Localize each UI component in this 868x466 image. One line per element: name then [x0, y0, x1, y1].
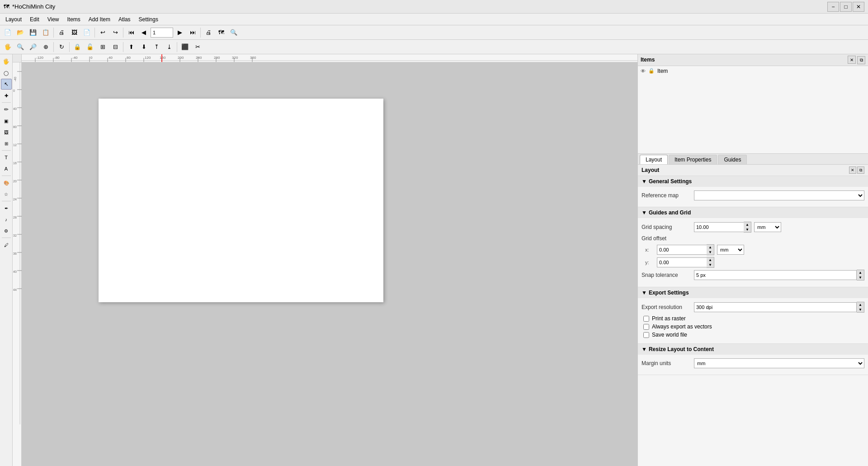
- lt-settings[interactable]: ⚙: [1, 225, 12, 236]
- lt-select-arrow[interactable]: ↖: [1, 79, 12, 90]
- print-button[interactable]: 🖨: [56, 27, 67, 38]
- menu-settings[interactable]: Settings: [135, 15, 162, 24]
- menu-items[interactable]: Items: [64, 15, 84, 24]
- minimize-button[interactable]: −: [827, 2, 839, 12]
- align-left-btn[interactable]: ⬛: [179, 41, 191, 53]
- export-pdf-button[interactable]: 📄: [81, 27, 93, 38]
- save-world-label[interactable]: Save world file: [652, 332, 687, 338]
- export-resolution-input[interactable]: [694, 302, 857, 312]
- zoom-full-btn[interactable]: ⊕: [40, 41, 52, 53]
- group-btn[interactable]: ⊞: [97, 41, 108, 53]
- menu-edit[interactable]: Edit: [26, 15, 43, 24]
- lt-pan[interactable]: 🖐: [1, 56, 12, 67]
- menu-atlas[interactable]: Atlas: [115, 15, 134, 24]
- menu-add-item[interactable]: Add Item: [85, 15, 114, 24]
- prev-page-button[interactable]: ◀: [138, 27, 150, 38]
- print2-button[interactable]: 🖨: [203, 27, 214, 38]
- menu-layout[interactable]: Layout: [2, 15, 25, 24]
- export-image-button[interactable]: 🖼: [68, 27, 80, 38]
- always-export-checkbox[interactable]: [643, 324, 649, 330]
- reference-map-select[interactable]: [694, 190, 864, 200]
- ungroup-btn[interactable]: ⊟: [109, 41, 121, 53]
- unlock-btn[interactable]: 🔓: [84, 41, 96, 53]
- redo-button[interactable]: ↪: [109, 27, 121, 38]
- menu-view[interactable]: View: [44, 15, 63, 24]
- save-as-button[interactable]: 📋: [40, 27, 52, 38]
- lt-node[interactable]: ✚: [1, 90, 12, 101]
- save-button[interactable]: 💾: [27, 27, 39, 38]
- general-settings-title: General Settings: [649, 178, 692, 185]
- grid-offset-x-up[interactable]: ▲: [707, 245, 714, 250]
- next-page-button[interactable]: ▶: [174, 27, 186, 38]
- lt-text[interactable]: T: [1, 152, 12, 163]
- always-export-label[interactable]: Always export as vectors: [652, 323, 712, 330]
- export-resolution-down[interactable]: ▼: [857, 307, 864, 312]
- save-world-checkbox[interactable]: [643, 332, 649, 338]
- lt-image[interactable]: 🖼: [1, 127, 12, 138]
- close-button[interactable]: ✕: [853, 2, 864, 12]
- bottom-btn[interactable]: ⤓: [163, 41, 175, 53]
- print-as-raster-label[interactable]: Print as raster: [652, 315, 686, 322]
- zoom-out-btn[interactable]: 🔎: [27, 41, 39, 53]
- pan-tool-btn[interactable]: 🖐: [2, 41, 14, 53]
- layout-panel-float[interactable]: ⧉: [857, 166, 864, 174]
- new-button[interactable]: 📄: [2, 27, 14, 38]
- grid-spacing-label: Grid spacing: [642, 224, 691, 230]
- print-as-raster-checkbox[interactable]: [643, 316, 649, 322]
- grid-offset-x-input[interactable]: [657, 245, 707, 255]
- item-visible-icon[interactable]: 👁: [641, 68, 646, 74]
- lt-note[interactable]: ♪: [1, 214, 12, 225]
- item-row[interactable]: 👁 🔒 Item: [638, 67, 868, 75]
- lt-table[interactable]: ⊞: [1, 138, 12, 149]
- grid-offset-unit[interactable]: mm: [717, 245, 744, 255]
- snap-tolerance-up[interactable]: ▲: [857, 270, 864, 275]
- general-settings-header[interactable]: ▼ General Settings: [638, 176, 868, 187]
- grid-spacing-unit[interactable]: mm cm in px: [754, 222, 781, 232]
- guides-grid-header[interactable]: ▼ Guides and Grid: [638, 207, 868, 218]
- zoom-button[interactable]: 🔍: [228, 27, 240, 38]
- last-page-button[interactable]: ⏭: [187, 27, 198, 38]
- tab-item-properties[interactable]: Item Properties: [669, 155, 717, 164]
- cut-btn[interactable]: ✂: [192, 41, 203, 53]
- grid-spacing-input[interactable]: [694, 222, 744, 232]
- export-resolution-up[interactable]: ▲: [857, 302, 864, 307]
- top-btn[interactable]: ⤒: [151, 41, 162, 53]
- grid-offset-y-input[interactable]: [657, 257, 707, 267]
- lower-btn[interactable]: ⬇: [138, 41, 150, 53]
- items-panel-float[interactable]: ⧉: [857, 56, 865, 64]
- resize-layout-header[interactable]: ▼ Resize Layout to Content: [638, 344, 868, 355]
- maximize-button[interactable]: □: [840, 2, 852, 12]
- lt-shape[interactable]: ▣: [1, 115, 12, 126]
- grid-offset-x-down[interactable]: ▼: [707, 250, 714, 255]
- first-page-button[interactable]: ⏮: [125, 27, 137, 38]
- lock-btn[interactable]: 🔒: [71, 41, 83, 53]
- lt-star[interactable]: ☆: [1, 189, 12, 200]
- tab-layout[interactable]: Layout: [640, 155, 668, 164]
- grid-offset-y-up[interactable]: ▲: [707, 257, 714, 262]
- lt-select-circle[interactable]: ◯: [1, 67, 12, 78]
- page-number-input[interactable]: [151, 28, 173, 38]
- snap-tolerance-down[interactable]: ▼: [857, 275, 864, 280]
- grid-offset-y-down[interactable]: ▼: [707, 262, 714, 267]
- lt-edit[interactable]: 🖊: [1, 239, 12, 250]
- undo-button[interactable]: ↩: [97, 27, 108, 38]
- canvas-viewport[interactable]: [22, 62, 637, 466]
- zoom-in-btn[interactable]: 🔍: [14, 41, 26, 53]
- items-panel-close[interactable]: ✕: [848, 56, 856, 64]
- open-button[interactable]: 📂: [14, 27, 26, 38]
- export-settings-header[interactable]: ▼ Export Settings: [638, 287, 868, 298]
- tab-guides[interactable]: Guides: [718, 155, 747, 164]
- grid-spacing-down[interactable]: ▼: [744, 227, 751, 232]
- raise-btn[interactable]: ⬆: [125, 41, 137, 53]
- refresh-btn[interactable]: ↻: [56, 41, 67, 53]
- lt-color[interactable]: 🎨: [1, 177, 12, 188]
- layout-panel-close[interactable]: ✕: [849, 166, 856, 174]
- margin-units-select[interactable]: mm cm in: [694, 358, 864, 368]
- snap-tolerance-input[interactable]: [694, 270, 857, 280]
- grid-spacing-up[interactable]: ▲: [744, 222, 751, 227]
- lt-pen[interactable]: ✒: [1, 203, 12, 214]
- lt-label[interactable]: A: [1, 163, 12, 174]
- lt-draw[interactable]: ✏: [1, 104, 12, 115]
- item-lock-icon[interactable]: 🔒: [648, 68, 655, 74]
- atlas-button[interactable]: 🗺: [215, 27, 227, 38]
